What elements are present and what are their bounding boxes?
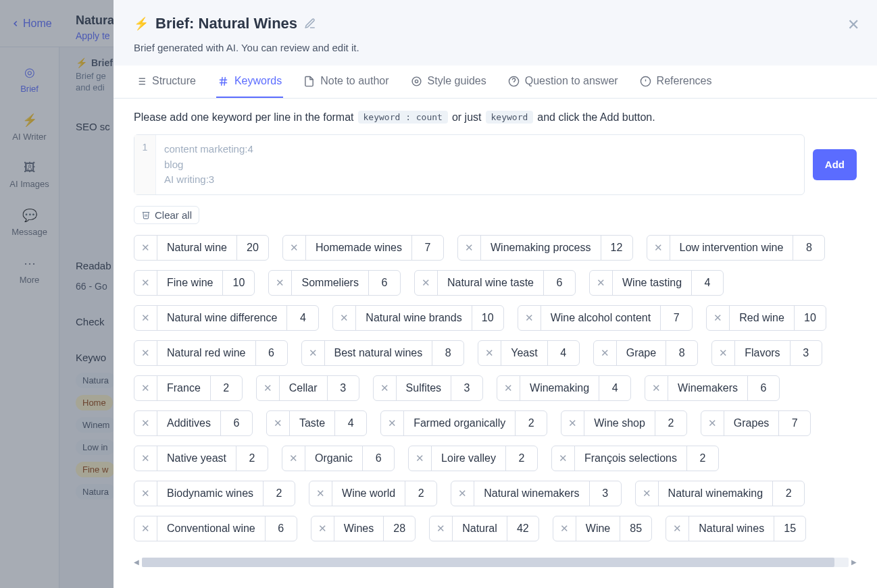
remove-keyword-icon[interactable]: ✕: [478, 341, 501, 365]
keyword-count[interactable]: 28: [384, 516, 415, 541]
keyword-count[interactable]: 7: [661, 306, 692, 330]
keyword-label[interactable]: Yeast: [501, 341, 547, 365]
keyword-label[interactable]: Red wine: [730, 306, 795, 330]
keyword-count[interactable]: 6: [369, 271, 400, 295]
remove-keyword-icon[interactable]: ✕: [458, 236, 481, 260]
remove-keyword-icon[interactable]: ✕: [712, 341, 735, 365]
remove-keyword-icon[interactable]: ✕: [409, 446, 432, 471]
keyword-count[interactable]: 2: [211, 376, 242, 400]
remove-keyword-icon[interactable]: ✕: [594, 341, 617, 365]
tab-keywords[interactable]: Keywords: [216, 65, 283, 98]
keyword-count[interactable]: 2: [405, 481, 436, 506]
keyword-label[interactable]: Winemaking process: [481, 236, 601, 260]
remove-keyword-icon[interactable]: ✕: [645, 376, 668, 400]
tab-question[interactable]: Question to answer: [507, 65, 620, 98]
edit-icon[interactable]: [304, 18, 316, 30]
add-button[interactable]: Add: [813, 149, 857, 180]
keyword-label[interactable]: Wine: [576, 516, 620, 541]
remove-keyword-icon[interactable]: ✕: [134, 446, 157, 471]
horizontal-scrollbar[interactable]: ◀ ▶: [134, 556, 857, 568]
keyword-count[interactable]: 4: [548, 341, 579, 365]
keyword-label[interactable]: Flavors: [735, 341, 790, 365]
remove-keyword-icon[interactable]: ✕: [257, 376, 280, 400]
keyword-label[interactable]: Additives: [157, 411, 221, 435]
remove-keyword-icon[interactable]: ✕: [134, 341, 157, 365]
remove-keyword-icon[interactable]: ✕: [415, 271, 438, 295]
remove-keyword-icon[interactable]: ✕: [647, 236, 670, 260]
tab-references[interactable]: References: [638, 65, 713, 98]
keyword-count[interactable]: 6: [256, 341, 287, 365]
remove-keyword-icon[interactable]: ✕: [134, 376, 157, 400]
scroll-left-icon[interactable]: ◀: [134, 558, 139, 566]
scroll-right-icon[interactable]: ▶: [851, 558, 857, 566]
keyword-count[interactable]: 4: [599, 376, 630, 400]
keyword-count[interactable]: 8: [793, 236, 824, 260]
keyword-label[interactable]: Native yeast: [157, 446, 236, 471]
remove-keyword-icon[interactable]: ✕: [451, 481, 474, 506]
keyword-label[interactable]: Farmed organically: [404, 411, 516, 435]
keyword-label[interactable]: Low intervention wine: [670, 236, 794, 260]
scroll-thumb[interactable]: [142, 558, 834, 567]
keyword-label[interactable]: Sulfites: [397, 376, 451, 400]
keyword-count[interactable]: 6: [266, 516, 297, 541]
keyword-label[interactable]: Grape: [617, 341, 666, 365]
keyword-count[interactable]: 2: [264, 481, 295, 506]
keyword-label[interactable]: Wine shop: [584, 411, 655, 435]
tab-style[interactable]: Style guides: [409, 65, 488, 98]
keyword-label[interactable]: Organic: [305, 446, 363, 471]
remove-keyword-icon[interactable]: ✕: [430, 516, 453, 541]
keyword-count[interactable]: 12: [601, 236, 632, 260]
keyword-count[interactable]: 10: [472, 306, 503, 330]
remove-keyword-icon[interactable]: ✕: [134, 411, 157, 435]
keyword-label[interactable]: Natural wine taste: [438, 271, 544, 295]
keyword-label[interactable]: Natural wines: [689, 516, 774, 541]
keyword-label[interactable]: Wine world: [332, 481, 405, 506]
clear-all-button[interactable]: Clear all: [134, 206, 199, 224]
remove-keyword-icon[interactable]: ✕: [590, 271, 613, 295]
keyword-count[interactable]: 8: [432, 341, 463, 365]
keyword-count[interactable]: 6: [544, 271, 575, 295]
keyword-count[interactable]: 2: [687, 446, 718, 471]
keyword-label[interactable]: Wine alcohol content: [541, 306, 661, 330]
keyword-label[interactable]: Taste: [290, 411, 335, 435]
keyword-count[interactable]: 6: [748, 376, 779, 400]
keyword-count[interactable]: 7: [412, 236, 443, 260]
keyword-count[interactable]: 3: [590, 481, 621, 506]
keyword-count[interactable]: 4: [692, 271, 723, 295]
keyword-count[interactable]: 6: [221, 411, 252, 435]
keyword-label[interactable]: François selections: [575, 446, 687, 471]
keyword-label[interactable]: Grapes: [724, 411, 779, 435]
remove-keyword-icon[interactable]: ✕: [707, 306, 730, 330]
keyword-count[interactable]: 2: [516, 411, 547, 435]
keyword-label[interactable]: Wine tasting: [613, 271, 692, 295]
keyword-label[interactable]: Homemade wines: [306, 236, 412, 260]
keyword-label[interactable]: Natural: [453, 516, 507, 541]
keyword-count[interactable]: 2: [506, 446, 537, 471]
remove-keyword-icon[interactable]: ✕: [333, 306, 356, 330]
keyword-count[interactable]: 6: [363, 446, 394, 471]
remove-keyword-icon[interactable]: ✕: [553, 516, 576, 541]
close-icon[interactable]: ✕: [847, 18, 859, 32]
remove-keyword-icon[interactable]: ✕: [552, 446, 575, 471]
keyword-label[interactable]: Natural wine difference: [157, 306, 287, 330]
keyword-label[interactable]: Wines: [334, 516, 384, 541]
keyword-label[interactable]: Winemaking: [520, 376, 599, 400]
remove-keyword-icon[interactable]: ✕: [134, 236, 157, 260]
keyword-label[interactable]: Best natural wines: [325, 341, 433, 365]
remove-keyword-icon[interactable]: ✕: [497, 376, 520, 400]
keyword-count[interactable]: 10: [223, 271, 254, 295]
remove-keyword-icon[interactable]: ✕: [267, 411, 290, 435]
remove-keyword-icon[interactable]: ✕: [309, 481, 332, 506]
remove-keyword-icon[interactable]: ✕: [134, 481, 157, 506]
keyword-count[interactable]: 3: [451, 376, 482, 400]
keyword-label[interactable]: Conventional wine: [157, 516, 266, 541]
remove-keyword-icon[interactable]: ✕: [636, 481, 659, 506]
remove-keyword-icon[interactable]: ✕: [311, 516, 334, 541]
keyword-count[interactable]: 2: [236, 446, 268, 471]
keyword-label[interactable]: Sommeliers: [292, 271, 368, 295]
keyword-count[interactable]: 42: [507, 516, 538, 541]
keyword-count[interactable]: 3: [791, 341, 822, 365]
keyword-count[interactable]: 20: [237, 236, 268, 260]
keyword-count[interactable]: 4: [335, 411, 366, 435]
keyword-label[interactable]: Natural winemakers: [474, 481, 589, 506]
